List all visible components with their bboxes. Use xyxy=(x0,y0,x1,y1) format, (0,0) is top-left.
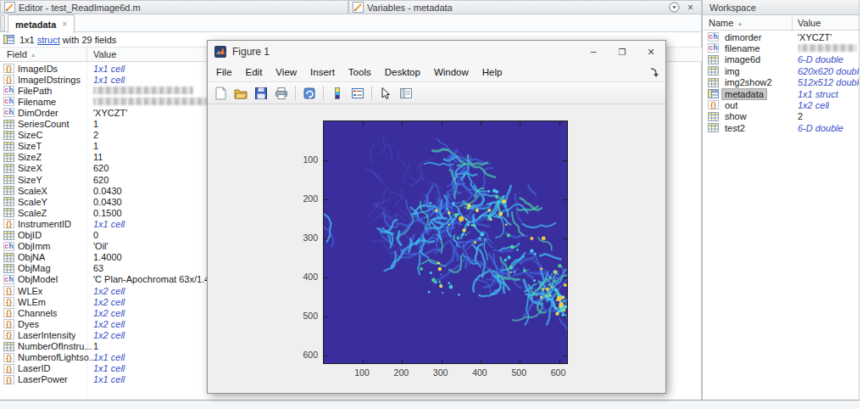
variable-name: out xyxy=(722,100,740,110)
menu-view[interactable]: View xyxy=(269,67,303,77)
name-column-header[interactable]: Name xyxy=(709,18,733,28)
workspace-variable-row[interactable]: test26-D double xyxy=(703,122,859,133)
menu-desktop[interactable]: Desktop xyxy=(378,67,427,77)
workspace-variable-row[interactable]: show2 xyxy=(703,111,859,122)
value-column-header[interactable]: Value xyxy=(798,18,821,28)
variable-value: 1x2 cell xyxy=(798,100,829,110)
close-icon[interactable]: × xyxy=(685,2,696,13)
struct-link[interactable]: struct xyxy=(37,35,60,45)
document-tab-strip: metadata × xyxy=(0,14,701,32)
field-name: ScaleY xyxy=(18,197,47,207)
variables-titlebar[interactable]: Variables - metadata × xyxy=(348,0,702,14)
link-plot-icon[interactable] xyxy=(300,84,319,103)
figure-title: Figure 1 xyxy=(232,46,270,58)
workspace-variable-row[interactable]: {}out1x2 cell xyxy=(703,99,859,110)
variable-name: filename xyxy=(722,43,763,53)
field-name: DimOrder xyxy=(18,108,58,118)
minimize-button[interactable]: – xyxy=(579,41,608,63)
figure-axes: 100200300400500600100200300400500600 xyxy=(323,120,566,362)
column-divider[interactable] xyxy=(792,16,793,30)
svg-text:{}: {} xyxy=(6,220,13,228)
field-name: ScaleZ xyxy=(18,208,47,218)
tab-metadata[interactable]: metadata × xyxy=(8,14,75,33)
field-value: 11 xyxy=(93,152,103,162)
menu-window[interactable]: Window xyxy=(427,67,476,77)
numeric-type-icon xyxy=(3,186,14,195)
editor-title: Editor - test_ReadImage6d.m xyxy=(19,3,141,13)
cell-type-icon: {} xyxy=(3,286,14,295)
save-figure-icon[interactable] xyxy=(252,84,270,103)
figure-menubar: FileEditViewInsertToolsDesktopWindowHelp xyxy=(208,63,665,81)
field-name: InstrumentID xyxy=(18,219,71,229)
workspace-variable-row[interactable]: img2show2512x512 double xyxy=(703,77,859,88)
field-name: ImageIDs xyxy=(18,64,58,74)
close-button[interactable]: × xyxy=(637,41,665,63)
editor-titlebar[interactable]: Editor - test_ReadImage6d.m xyxy=(0,0,348,14)
x-tick-label: 300 xyxy=(426,367,455,378)
svg-text:h: h xyxy=(713,32,717,41)
char-type-icon: ch xyxy=(3,86,14,95)
y-tick-label: 500 xyxy=(294,311,318,321)
open-file-icon[interactable] xyxy=(231,84,250,103)
cell-type-icon: {} xyxy=(3,319,14,328)
workspace-variable-row[interactable]: img620x620 double xyxy=(703,65,859,76)
maximize-button[interactable]: ❐ xyxy=(608,41,637,63)
field-name: SizeX xyxy=(18,163,42,173)
numeric-type-icon xyxy=(708,55,719,64)
menu-help[interactable]: Help xyxy=(476,67,509,77)
svg-text:h: h xyxy=(8,109,13,117)
tab-label: metadata xyxy=(15,20,56,30)
variable-name: dimorder xyxy=(722,32,764,42)
new-figure-icon[interactable] xyxy=(211,84,230,103)
field-value xyxy=(93,97,207,107)
field-value: 63 xyxy=(93,263,103,273)
menu-file[interactable]: File xyxy=(209,67,239,77)
field-value: 620 xyxy=(93,163,108,173)
cell-type-icon: {} xyxy=(3,353,14,362)
tab-close-icon[interactable]: × xyxy=(62,20,67,29)
edit-plot-icon[interactable] xyxy=(376,84,395,103)
field-column-header[interactable]: Field xyxy=(7,49,27,59)
field-value: 2 xyxy=(93,130,98,140)
field-name: ObjImm xyxy=(18,241,51,251)
variable-name: img xyxy=(722,66,743,76)
numeric-type-icon xyxy=(3,142,14,151)
svg-text:{}: {} xyxy=(710,101,717,109)
field-value: 1x2 cell xyxy=(93,286,125,296)
column-divider[interactable] xyxy=(86,48,87,61)
dock-figure-icon[interactable] xyxy=(648,67,659,77)
property-inspector-icon[interactable] xyxy=(397,84,415,103)
field-name: SizeZ xyxy=(18,152,42,162)
field-name: WLEm xyxy=(18,297,46,307)
cell-type-icon: {} xyxy=(3,308,14,317)
variable-value: 6-D double xyxy=(798,123,843,133)
insert-legend-icon[interactable] xyxy=(348,84,367,103)
workspace-variable-row[interactable]: chfilename xyxy=(703,42,859,53)
print-figure-icon[interactable] xyxy=(272,84,291,103)
menu-tools[interactable]: Tools xyxy=(342,67,378,77)
insert-colorbar-icon[interactable] xyxy=(328,84,347,103)
workspace-variable-row[interactable]: chdimorder'XYCZT' xyxy=(703,31,859,42)
panel-menu-icon[interactable] xyxy=(669,2,680,13)
value-column-header[interactable]: Value xyxy=(93,49,116,59)
tab-strip-handle[interactable] xyxy=(0,15,5,31)
variable-value: 620x620 double xyxy=(798,66,859,76)
cell-type-icon: {} xyxy=(3,297,14,306)
svg-text:h: h xyxy=(8,87,13,95)
workspace-variable-row[interactable]: metadata1x1 struct xyxy=(703,88,859,99)
workspace-variable-row[interactable]: image6d6-D double xyxy=(703,54,859,65)
field-name: SizeT xyxy=(18,141,42,151)
variable-value: 'XYCZT' xyxy=(798,32,832,42)
figure-titlebar[interactable]: Figure 1 – ❐ × xyxy=(208,41,665,63)
numeric-type-icon xyxy=(3,231,14,240)
figure-window[interactable]: Figure 1 – ❐ × FileEditViewInsertToolsDe… xyxy=(207,40,666,394)
microscopy-image xyxy=(323,120,568,364)
struct-type-icon xyxy=(708,89,719,98)
numeric-type-icon xyxy=(708,112,719,121)
menu-edit[interactable]: Edit xyxy=(239,67,270,77)
redacted-value xyxy=(93,87,193,94)
field-name: Filename xyxy=(18,97,56,107)
menu-insert[interactable]: Insert xyxy=(303,67,342,77)
y-tick-label: 400 xyxy=(294,272,318,282)
workspace-titlebar[interactable]: Workspace xyxy=(703,0,859,15)
